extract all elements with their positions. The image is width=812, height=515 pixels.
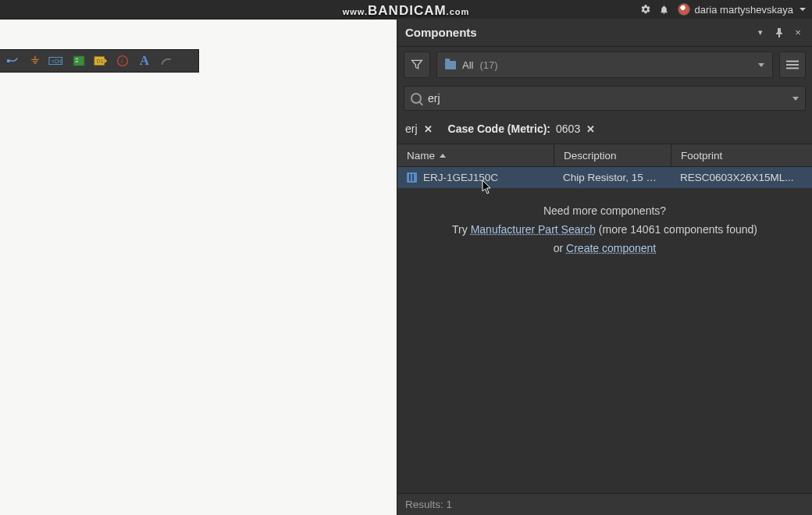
recorder-watermark: www.BANDICAM.com [343,3,470,19]
schematic-toolbar: =CH D1 i A [0,49,199,73]
categories-dropdown[interactable]: All (17) [436,52,773,78]
categories-count: (17) [479,59,497,71]
svg-rect-4 [76,59,79,60]
row-name: ERJ-1GEJ150C [423,172,498,183]
svg-rect-12 [786,68,799,69]
remove-term-chip[interactable]: ✕ [421,123,436,135]
remove-casecode-chip[interactable]: ✕ [583,123,598,135]
panel-menu-icon[interactable]: ▾ [754,27,767,39]
column-header-footprint[interactable]: Footprint [671,144,812,166]
tool-port[interactable]: =CH [47,52,67,69]
search-icon [411,93,422,104]
settings-icon[interactable] [640,4,651,15]
column-header-name[interactable]: Name [397,144,554,166]
filter-funnel-button[interactable] [404,52,430,78]
user-menu[interactable]: daria martyshevskaya [678,3,806,16]
app-topbar: www.BANDICAM.com daria martyshevskaya [0,0,812,19]
column-header-description[interactable]: Description [554,144,671,166]
results-grid-header: Name Description Footprint [397,144,812,167]
svg-rect-11 [786,64,799,66]
tool-ground[interactable] [25,52,45,69]
suggestion-block: Need more components? Try Manufacturer P… [397,202,812,258]
panel-pin-icon[interactable] [773,27,785,39]
create-component-link[interactable]: Create component [566,242,656,254]
filter-chip-label: Case Code (Metric): [448,123,550,135]
notifications-icon[interactable] [659,4,670,15]
sort-asc-icon [440,154,446,158]
chevron-down-icon [758,63,764,67]
tool-text[interactable]: A [134,52,155,69]
svg-rect-3 [73,56,84,66]
user-name-label: daria martyshevskaya [695,4,793,16]
panel-title: Components [405,26,748,39]
manufacturer-part-search-link[interactable]: Manufacturer Part Search [471,223,596,236]
svg-text:=CH: =CH [52,59,62,64]
schematic-canvas[interactable]: =CH D1 i A [0,19,397,515]
row-description: Chip Resistor, 15 Oh... [554,172,671,183]
svg-text:i: i [121,57,123,65]
svg-rect-10 [786,61,799,62]
tool-net-label[interactable] [3,52,23,69]
categories-label: All [462,59,473,71]
svg-rect-0 [7,59,10,62]
tool-arc[interactable] [156,52,176,69]
component-icon [407,172,417,183]
filter-chip-value: 0603 [556,123,580,135]
svg-text:D1: D1 [97,58,104,65]
svg-rect-5 [76,61,79,62]
search-input[interactable] [428,92,786,105]
panel-options-button[interactable] [779,52,806,78]
search-row [397,83,812,114]
status-bar: Results: 1 [397,493,812,515]
search-box[interactable] [404,86,806,111]
filter-row: All (17) [397,47,812,83]
tool-device-sheet[interactable]: D1 [91,52,111,69]
suggest-line1: Need more components? [397,202,812,221]
panel-close-icon[interactable]: × [792,27,804,39]
avatar [678,3,690,16]
active-filters-row: erj ✕ Case Code (Metric): 0603 ✕ [397,114,812,144]
panel-header: Components ▾ × [397,19,812,47]
status-text: Results: 1 [405,499,452,510]
tool-directive[interactable]: i [112,52,133,69]
results-grid-body: ERJ-1GEJ150C Chip Resistor, 15 Oh... RES… [397,167,812,493]
tool-sheet-symbol[interactable] [69,52,89,69]
components-panel: Components ▾ × All (17) [397,19,812,515]
search-options-caret[interactable] [792,97,799,101]
chevron-down-icon [800,8,806,11]
folder-icon [445,61,456,69]
table-row[interactable]: ERJ-1GEJ150C Chip Resistor, 15 Oh... RES… [397,167,812,188]
row-footprint: RESC0603X26X15ML... [671,172,812,183]
filter-chip-term: erj [405,123,418,135]
